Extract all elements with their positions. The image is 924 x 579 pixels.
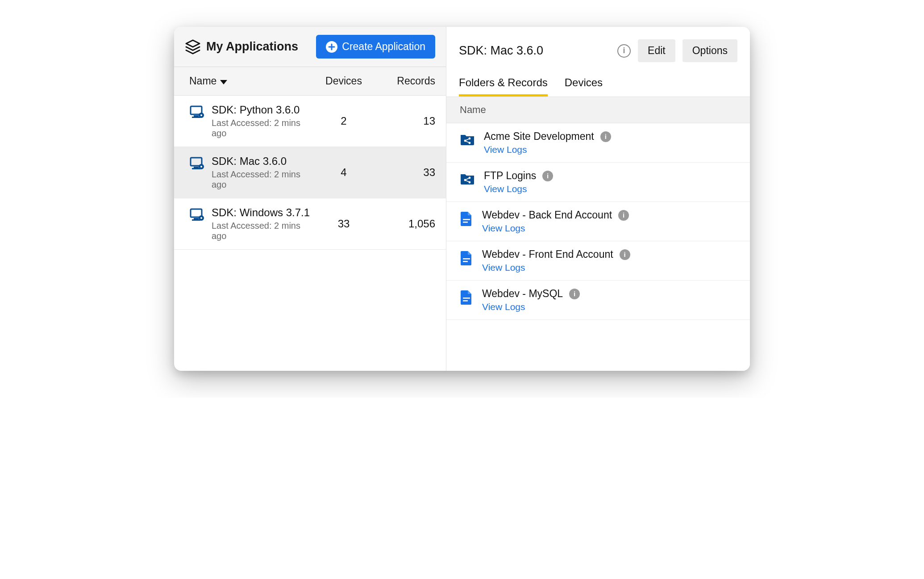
create-application-label: Create Application xyxy=(342,41,425,53)
application-devices: 2 xyxy=(315,115,373,127)
record-title: Webdev - MySQL xyxy=(482,288,563,300)
application-row[interactable]: SDK: Python 3.6.0 Last Accessed: 2 mins … xyxy=(174,96,446,147)
column-name-label: Name xyxy=(189,75,216,87)
column-devices[interactable]: Devices xyxy=(315,75,373,87)
document-icon xyxy=(460,211,473,229)
share-folder-icon xyxy=(460,132,475,147)
svg-rect-29 xyxy=(463,258,470,260)
application-records: 13 xyxy=(373,115,435,127)
application-devices: 33 xyxy=(315,218,373,230)
detail-pane: SDK: Mac 3.6.0 i Edit Options Folders & … xyxy=(446,27,750,371)
application-subtitle: Last Accessed: 2 mins ago xyxy=(212,221,315,241)
detail-header: SDK: Mac 3.6.0 i Edit Options xyxy=(446,27,750,67)
application-subtitle: Last Accessed: 2 mins ago xyxy=(212,118,315,138)
application-records: 33 xyxy=(373,166,435,179)
app-window: My Applications Create Application Name … xyxy=(174,27,750,371)
column-name[interactable]: Name xyxy=(189,75,315,87)
view-logs-link[interactable]: View Logs xyxy=(484,184,553,194)
detail-column-name: Name xyxy=(446,96,750,123)
record-row[interactable]: Webdev - Front End Account i View Logs xyxy=(446,241,750,281)
document-icon xyxy=(460,250,473,268)
info-icon[interactable]: i xyxy=(542,171,553,181)
share-folder-icon xyxy=(460,172,475,187)
record-row[interactable]: FTP Logins i View Logs xyxy=(446,163,750,202)
info-icon[interactable]: i xyxy=(600,131,611,142)
column-records[interactable]: Records xyxy=(373,75,435,87)
svg-rect-13 xyxy=(194,218,199,219)
record-title: FTP Logins xyxy=(484,170,536,182)
svg-rect-27 xyxy=(463,219,470,220)
applications-list: SDK: Python 3.6.0 Last Accessed: 2 mins … xyxy=(174,96,446,250)
sdk-icon xyxy=(189,105,204,121)
plus-circle-icon xyxy=(326,41,337,53)
svg-marker-0 xyxy=(186,40,200,47)
svg-rect-32 xyxy=(463,300,468,302)
svg-point-16 xyxy=(200,217,202,219)
create-application-button[interactable]: Create Application xyxy=(316,35,435,59)
application-title: SDK: Windows 3.7.1 xyxy=(212,206,315,219)
svg-point-11 xyxy=(200,166,202,168)
record-row[interactable]: Acme Site Development i View Logs xyxy=(446,123,750,163)
applications-column-headers: Name Devices Records xyxy=(174,67,446,96)
document-icon xyxy=(460,290,473,307)
application-title: SDK: Python 3.6.0 xyxy=(212,104,315,116)
tab-folders-records[interactable]: Folders & Records xyxy=(459,76,548,96)
info-icon[interactable]: i xyxy=(618,210,629,221)
applications-title: My Applications xyxy=(206,40,298,54)
options-button[interactable]: Options xyxy=(683,39,737,62)
application-title: SDK: Mac 3.6.0 xyxy=(212,155,315,168)
application-row[interactable]: SDK: Mac 3.6.0 Last Accessed: 2 mins ago… xyxy=(174,147,446,198)
view-logs-link[interactable]: View Logs xyxy=(484,144,611,155)
application-records: 1,056 xyxy=(373,218,435,230)
record-row[interactable]: Webdev - MySQL i View Logs xyxy=(446,281,750,320)
svg-marker-1 xyxy=(220,80,227,84)
tab-devices[interactable]: Devices xyxy=(565,76,603,96)
folders-records-list: Acme Site Development i View Logs FTP Lo… xyxy=(446,123,750,320)
view-logs-link[interactable]: View Logs xyxy=(482,262,630,273)
sdk-icon xyxy=(189,157,204,172)
edit-button[interactable]: Edit xyxy=(638,39,675,62)
svg-rect-31 xyxy=(463,298,470,299)
svg-rect-30 xyxy=(463,261,468,262)
view-logs-link[interactable]: View Logs xyxy=(482,302,580,312)
record-row[interactable]: Webdev - Back End Account i View Logs xyxy=(446,202,750,241)
applications-header: My Applications Create Application xyxy=(174,27,446,67)
svg-rect-28 xyxy=(463,222,468,223)
info-icon[interactable]: i xyxy=(620,249,630,260)
record-title: Acme Site Development xyxy=(484,130,594,143)
info-icon[interactable]: i xyxy=(617,44,631,58)
detail-tabs: Folders & Records Devices xyxy=(446,67,750,96)
svg-rect-8 xyxy=(194,167,199,168)
applications-pane: My Applications Create Application Name … xyxy=(174,27,446,371)
detail-title: SDK: Mac 3.6.0 xyxy=(459,44,543,58)
svg-rect-3 xyxy=(194,115,199,117)
application-row[interactable]: SDK: Windows 3.7.1 Last Accessed: 2 mins… xyxy=(174,198,446,250)
sdk-icon xyxy=(189,208,204,223)
stack-logo-icon xyxy=(185,39,201,55)
info-icon[interactable]: i xyxy=(569,289,580,299)
record-title: Webdev - Front End Account xyxy=(482,248,613,260)
sort-desc-icon xyxy=(220,75,227,87)
record-title: Webdev - Back End Account xyxy=(482,209,612,221)
application-subtitle: Last Accessed: 2 mins ago xyxy=(212,169,315,190)
application-devices: 4 xyxy=(315,166,373,179)
svg-point-6 xyxy=(200,114,202,116)
view-logs-link[interactable]: View Logs xyxy=(482,223,629,234)
